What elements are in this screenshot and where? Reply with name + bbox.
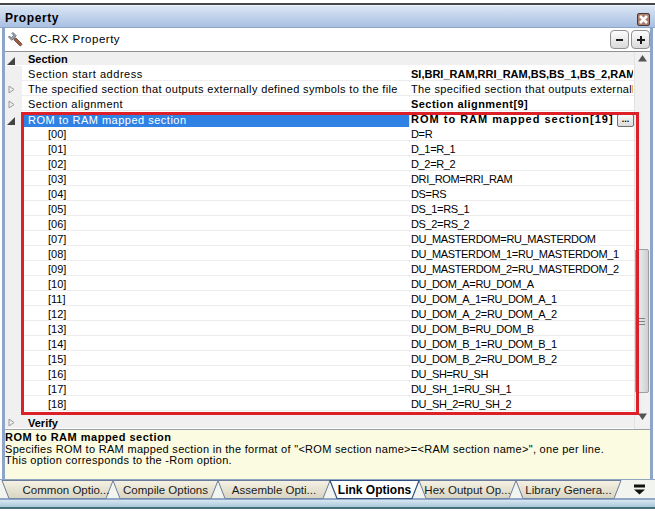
- svg-text:Link Options: Link Options: [338, 483, 412, 497]
- svg-text:Assemble Opti...: Assemble Opti...: [232, 484, 316, 496]
- svg-text:Hex Output Op...: Hex Output Op...: [424, 484, 510, 496]
- svg-text:Library Genera...: Library Genera...: [525, 484, 611, 496]
- svg-text:Common Optio...: Common Optio...: [23, 484, 110, 496]
- svg-text:Compile Options: Compile Options: [123, 484, 208, 496]
